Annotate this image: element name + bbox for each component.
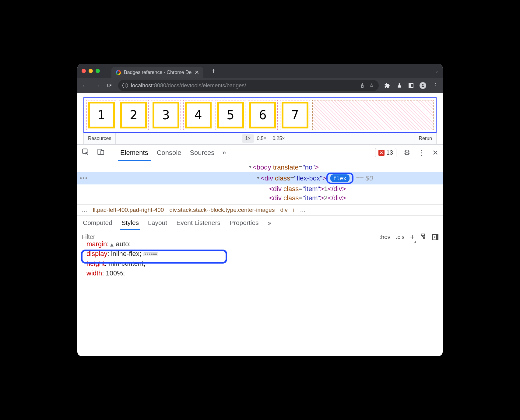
minimize-window-button[interactable] bbox=[89, 69, 93, 73]
labs-flask-icon[interactable] bbox=[396, 82, 402, 89]
title-bar: Badges reference - Chrome De ✕ + ⌄ bbox=[77, 64, 443, 78]
subtab-styles[interactable]: Styles bbox=[121, 219, 139, 226]
close-tab-icon[interactable]: ✕ bbox=[195, 69, 199, 76]
flex-item[interactable]: 2 bbox=[119, 100, 149, 130]
crumb-item[interactable]: div.stack.stack--block.type.center-image… bbox=[169, 207, 275, 213]
share-icon[interactable] bbox=[359, 82, 365, 89]
flex-badge[interactable]: flex bbox=[330, 174, 350, 182]
dom-breadcrumbs[interactable]: … ll.pad-left-400.pad-right-400 div.stac… bbox=[77, 205, 443, 215]
flex-item[interactable]: 5 bbox=[216, 100, 245, 130]
rerun-button[interactable]: Rerun bbox=[414, 133, 436, 144]
subtab-layout[interactable]: Layout bbox=[148, 219, 167, 226]
subtab-event-listeners[interactable]: Event Listeners bbox=[176, 219, 220, 226]
display-property-highlight bbox=[81, 250, 227, 264]
flex-badge-highlight: flex bbox=[326, 173, 353, 184]
subtab-properties[interactable]: Properties bbox=[230, 219, 259, 226]
zoom-0-5x[interactable]: 0.5× bbox=[254, 134, 270, 143]
error-count-button[interactable]: ✕ 13 bbox=[375, 148, 396, 157]
tab-title: Badges reference - Chrome De bbox=[124, 70, 191, 75]
expand-siblings-icon[interactable]: ••• bbox=[80, 175, 88, 182]
zoom-0-25x[interactable]: 0.25× bbox=[269, 134, 288, 143]
more-tabs-chevron-icon[interactable]: » bbox=[222, 149, 226, 157]
side-panel-icon[interactable] bbox=[409, 83, 413, 88]
new-tab-button[interactable]: + bbox=[211, 67, 216, 75]
dom-tree[interactable]: ▼<body translate="no"> ••• ▼<div class="… bbox=[77, 161, 443, 205]
svg-point-0 bbox=[422, 84, 424, 86]
reload-button[interactable]: ⟳ bbox=[106, 82, 113, 89]
devtools-toolbar: Elements Console Sources » ✕ 13 ⚙ ⋮ ✕ bbox=[77, 145, 443, 161]
devtools-menu-icon[interactable]: ⋮ bbox=[418, 149, 425, 157]
extensions-puzzle-icon[interactable] bbox=[384, 82, 390, 89]
dom-node-body[interactable]: ▼<body translate="no"> bbox=[77, 163, 443, 172]
address-bar[interactable]: i localhost:8080/docs/devtools/elements/… bbox=[118, 80, 379, 91]
css-declaration[interactable]: margin: ▶ auto; bbox=[86, 239, 437, 249]
chrome-menu-icon[interactable]: ⋮ bbox=[432, 82, 438, 89]
tab-console[interactable]: Console bbox=[156, 145, 182, 161]
dom-node-flex-box[interactable]: ••• ▼<div class="flex-box"> flex == $0 bbox=[77, 172, 443, 184]
crumb-item[interactable]: div bbox=[280, 207, 287, 213]
error-x-icon: ✕ bbox=[378, 150, 385, 156]
css-declaration[interactable]: width: 100%; bbox=[86, 268, 437, 278]
back-button[interactable]: ← bbox=[82, 82, 88, 89]
flex-item[interactable]: 4 bbox=[183, 100, 213, 130]
close-window-button[interactable] bbox=[82, 69, 86, 73]
crumb-item[interactable]: ll.pad-left-400.pad-right-400 bbox=[93, 207, 164, 213]
styles-subtabs: Computed Styles Layout Event Listeners P… bbox=[77, 215, 443, 230]
dom-node-item-1[interactable]: <div class="item">1</div> bbox=[77, 184, 443, 194]
settings-gear-icon[interactable]: ⚙ bbox=[404, 149, 410, 157]
close-devtools-icon[interactable]: ✕ bbox=[432, 149, 438, 157]
window-controls bbox=[82, 69, 100, 73]
bookmark-star-icon[interactable]: ☆ bbox=[368, 82, 374, 89]
demo-footer: Resources 1× 0.5× 0.25× Rerun bbox=[83, 133, 437, 144]
tab-sources[interactable]: Sources bbox=[189, 145, 215, 161]
chrome-favicon-icon bbox=[116, 70, 121, 75]
selected-node-indicator: == $0 bbox=[356, 174, 373, 182]
profile-avatar-icon[interactable] bbox=[420, 82, 426, 89]
flex-item[interactable]: 6 bbox=[248, 100, 278, 130]
url-text: localhost:8080/docs/devtools/elements/ba… bbox=[131, 82, 246, 89]
dom-node-item-2[interactable]: <div class="item">2</div> bbox=[77, 194, 443, 203]
flex-item[interactable]: 3 bbox=[151, 100, 181, 130]
inspect-element-icon[interactable] bbox=[82, 148, 90, 158]
browser-tab[interactable]: Badges reference - Chrome De ✕ bbox=[111, 67, 203, 78]
site-info-icon[interactable]: i bbox=[122, 83, 128, 88]
more-subtabs-chevron-icon[interactable]: » bbox=[268, 219, 272, 226]
toolbar: ← → ⟳ i localhost:8080/docs/devtools/ele… bbox=[77, 78, 443, 93]
subtab-computed[interactable]: Computed bbox=[83, 219, 112, 226]
tab-elements[interactable]: Elements bbox=[120, 145, 149, 161]
crumb-item[interactable]: i bbox=[293, 207, 294, 213]
flex-free-space-overlay bbox=[312, 100, 434, 130]
tab-list-chevron-icon[interactable]: ⌄ bbox=[435, 68, 438, 73]
flex-container-overlay[interactable]: 1 2 3 4 5 6 7 bbox=[83, 97, 437, 133]
maximize-window-button[interactable] bbox=[96, 69, 100, 73]
browser-window: Badges reference - Chrome De ✕ + ⌄ ← → ⟳… bbox=[77, 64, 443, 356]
device-toolbar-icon[interactable] bbox=[97, 148, 105, 158]
devtools-panel: Elements Console Sources » ✕ 13 ⚙ ⋮ ✕ ▼<… bbox=[77, 144, 443, 335]
css-rules[interactable]: margin: ▶ auto; display: inline-flex; he… bbox=[77, 244, 443, 281]
svg-rect-3 bbox=[101, 150, 104, 154]
zoom-1x[interactable]: 1× bbox=[242, 134, 254, 143]
crumb-ellipsis[interactable]: … bbox=[82, 207, 87, 213]
crumb-ellipsis[interactable]: … bbox=[300, 207, 306, 213]
forward-button[interactable]: → bbox=[94, 82, 100, 89]
page-content: 1 2 3 4 5 6 7 Resources 1× 0.5× 0.25× Re… bbox=[77, 93, 443, 144]
resources-tab[interactable]: Resources bbox=[84, 133, 116, 144]
error-count: 13 bbox=[386, 149, 393, 156]
flex-item[interactable]: 1 bbox=[86, 100, 116, 130]
flex-item[interactable]: 7 bbox=[280, 100, 310, 130]
